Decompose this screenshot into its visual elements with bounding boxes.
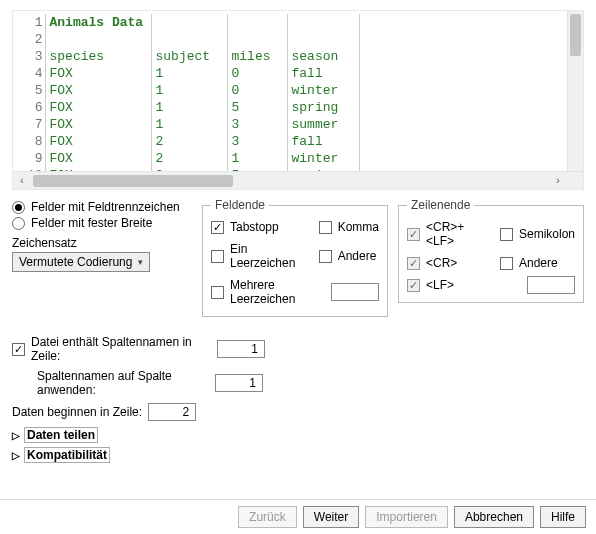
check-other-lineend[interactable]: Andere <box>500 256 575 270</box>
radio-fixed-width[interactable]: Felder mit fester Breite <box>12 216 192 230</box>
import-button: Importieren <box>365 506 448 528</box>
triangle-right-icon: ▷ <box>12 450 20 461</box>
chevron-down-icon: ▾ <box>138 257 143 267</box>
check-semicolon-label: Semikolon <box>519 227 575 241</box>
charset-value: Vermutete Codierung <box>19 255 132 269</box>
checkbox-icon <box>407 279 420 292</box>
line-end-legend: Zeilenende <box>407 198 474 212</box>
apply-names-input[interactable] <box>215 374 263 392</box>
fieldset-field-end: Feldende Tabstopp Komma Ein Leerzeichen … <box>202 198 388 317</box>
radio-delimited[interactable]: Felder mit Feldtrennzeichen <box>12 200 192 214</box>
radio-delimited-label: Felder mit Feldtrennzeichen <box>31 200 180 214</box>
check-semicolon[interactable]: Semikolon <box>500 227 575 241</box>
check-cr-label: <CR> <box>426 256 457 270</box>
check-space-label: Ein Leerzeichen <box>230 242 301 270</box>
checkbox-icon[interactable] <box>12 343 25 356</box>
triangle-right-icon: ▷ <box>12 430 20 441</box>
checkbox-icon <box>319 250 332 263</box>
disclosure-split-label: Daten teilen <box>24 427 98 443</box>
field-end-legend: Feldende <box>211 198 269 212</box>
check-other-fieldend-label: Andere <box>338 249 377 263</box>
cancel-button[interactable]: Abbrechen <box>454 506 534 528</box>
check-lf[interactable]: <LF> <box>407 278 482 292</box>
check-lf-label: <LF> <box>426 278 454 292</box>
check-tabstop[interactable]: Tabstopp <box>211 220 301 234</box>
preview-content: 1Animals Data23speciessubjectmilesseason… <box>13 11 567 171</box>
checkbox-icon <box>211 221 224 234</box>
checkbox-icon <box>407 228 420 241</box>
data-preview: 1Animals Data23speciessubjectmilesseason… <box>12 10 584 190</box>
checkbox-icon <box>211 286 224 299</box>
radio-icon <box>12 217 25 230</box>
disclosure-compatibility[interactable]: ▷ Kompatibilität <box>12 447 584 463</box>
check-other-lineend-label: Andere <box>519 256 558 270</box>
scroll-left-icon[interactable]: ‹ <box>13 172 31 190</box>
data-begins-input[interactable] <box>148 403 196 421</box>
disclosure-compat-label: Kompatibilität <box>24 447 110 463</box>
data-begins-label: Daten beginnen in Zeile: <box>12 405 142 419</box>
radio-dot-icon <box>12 201 25 214</box>
checkbox-icon <box>500 228 513 241</box>
other-fieldend-input[interactable] <box>331 283 379 301</box>
has-column-names-label: Datei enthält Spaltennamen in Zeile: <box>31 335 211 363</box>
other-lineend-input[interactable] <box>527 276 575 294</box>
vertical-scrollbar[interactable] <box>567 11 583 171</box>
back-button: Zurück <box>238 506 297 528</box>
radio-fixed-label: Felder mit fester Breite <box>31 216 152 230</box>
apply-names-label: Spaltennamen auf Spalte anwenden: <box>37 369 209 397</box>
checkbox-icon <box>407 257 420 270</box>
check-space[interactable]: Ein Leerzeichen <box>211 242 301 270</box>
checkbox-icon <box>319 221 332 234</box>
column-names-row-input[interactable] <box>217 340 265 358</box>
fieldset-line-end: Zeilenende <CR>+<LF> Semikolon <CR> Ande… <box>398 198 584 303</box>
check-crlf[interactable]: <CR>+<LF> <box>407 220 482 248</box>
footer-buttons: Zurück Weiter Importieren Abbrechen Hilf… <box>0 499 596 534</box>
check-other-fieldend[interactable]: Andere <box>319 249 379 263</box>
checkbox-icon <box>500 257 513 270</box>
checkbox-icon <box>211 250 224 263</box>
check-multispace[interactable]: Mehrere Leerzeichen <box>211 278 379 306</box>
horizontal-scrollbar[interactable]: ‹ › <box>13 171 583 189</box>
check-cr[interactable]: <CR> <box>407 256 482 270</box>
charset-label: Zeichensatz <box>12 236 192 250</box>
scroll-right-icon[interactable]: › <box>549 172 567 190</box>
check-comma-label: Komma <box>338 220 379 234</box>
check-comma[interactable]: Komma <box>319 220 379 234</box>
next-button[interactable]: Weiter <box>303 506 359 528</box>
help-button[interactable]: Hilfe <box>540 506 586 528</box>
charset-dropdown[interactable]: Vermutete Codierung ▾ <box>12 252 150 272</box>
disclosure-split-data[interactable]: ▷ Daten teilen <box>12 427 584 443</box>
check-multispace-label: Mehrere Leerzeichen <box>230 278 325 306</box>
check-crlf-label: <CR>+<LF> <box>426 220 482 248</box>
check-tabstop-label: Tabstopp <box>230 220 279 234</box>
